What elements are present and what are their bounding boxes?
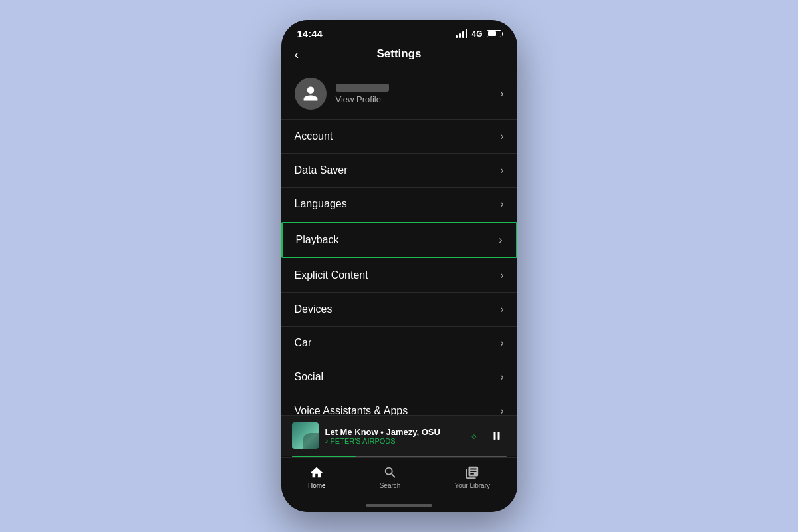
phone-frame: 14:44 4G ‹ Settings	[281, 20, 517, 512]
voice-assistants-label: Voice Assistants & Apps	[295, 405, 408, 415]
track-name: Let Me Know	[325, 427, 378, 437]
languages-row[interactable]: Languages ›	[281, 188, 517, 221]
nav-library[interactable]: Your Library	[441, 463, 503, 492]
home-bar	[366, 504, 432, 507]
playback-controls: ⬦	[471, 426, 507, 446]
battery-icon	[487, 30, 501, 37]
devices-row[interactable]: Devices ›	[281, 293, 517, 327]
car-row[interactable]: Car ›	[281, 327, 517, 360]
playback-label: Playback	[296, 234, 339, 246]
svg-rect-1	[497, 432, 499, 440]
now-playing-bar[interactable]: Let Me Know • Jamezy, OSU ♪ PETER'S AIRP…	[281, 415, 517, 456]
account-row[interactable]: Account ›	[281, 120, 517, 154]
library-icon	[465, 466, 479, 480]
settings-header: ‹ Settings	[281, 42, 517, 68]
data-saver-row[interactable]: Data Saver ›	[281, 154, 517, 188]
home-icon	[309, 466, 324, 480]
status-bar: 14:44 4G	[281, 20, 517, 42]
profile-info: View Profile	[336, 84, 501, 104]
data-saver-label: Data Saver	[295, 164, 348, 176]
user-icon	[302, 85, 319, 102]
voice-assistants-row[interactable]: Voice Assistants & Apps ›	[281, 394, 517, 415]
chevron-right-icon: ›	[499, 234, 502, 246]
status-time: 14:44	[297, 28, 323, 39]
chevron-right-icon: ›	[500, 337, 503, 349]
chevron-right-icon: ›	[500, 269, 503, 281]
chevron-right-icon: ›	[500, 88, 503, 100]
svg-rect-0	[493, 432, 495, 440]
car-label: Car	[295, 337, 312, 349]
back-button[interactable]: ‹	[295, 47, 299, 62]
bluetooth-icon: ⬦	[471, 430, 477, 442]
account-label: Account	[295, 130, 333, 142]
social-label: Social	[295, 371, 324, 383]
spotify-icon: ♪	[325, 437, 329, 444]
view-profile-row[interactable]: View Profile ›	[281, 68, 517, 120]
nav-search[interactable]: Search	[366, 463, 414, 492]
device-name: PETER'S AIRPODS	[331, 437, 396, 445]
chevron-right-icon: ›	[500, 130, 503, 142]
pause-icon	[491, 430, 503, 442]
settings-list: View Profile › Account › Data Saver › La…	[281, 68, 517, 415]
playback-device: ♪ PETER'S AIRPODS	[325, 437, 464, 445]
network-label: 4G	[471, 29, 482, 39]
chevron-right-icon: ›	[500, 164, 503, 176]
chevron-right-icon: ›	[500, 371, 503, 383]
bottom-nav: Home Search Your Library	[281, 457, 517, 500]
now-playing-info: Let Me Know • Jamezy, OSU ♪ PETER'S AIRP…	[325, 427, 464, 445]
view-profile-label: View Profile	[336, 94, 501, 104]
chevron-right-icon: ›	[500, 303, 503, 315]
search-label: Search	[380, 482, 401, 489]
album-art	[292, 422, 319, 449]
home-label: Home	[308, 482, 326, 489]
page-title: Settings	[376, 47, 421, 61]
track-artist: Jamezy, OSU	[386, 427, 440, 437]
languages-label: Languages	[295, 198, 347, 210]
profile-name-blurred	[336, 84, 389, 92]
chevron-right-icon: ›	[500, 198, 503, 210]
library-label: Your Library	[454, 482, 490, 489]
explicit-content-label: Explicit Content	[295, 269, 368, 281]
nav-home[interactable]: Home	[295, 463, 339, 492]
explicit-content-row[interactable]: Explicit Content ›	[281, 259, 517, 293]
home-indicator	[281, 500, 517, 512]
track-title: Let Me Know • Jamezy, OSU	[325, 427, 464, 437]
playback-row[interactable]: Playback ›	[281, 222, 517, 258]
avatar	[295, 78, 327, 110]
chevron-right-icon: ›	[500, 405, 503, 415]
signal-bars-icon	[456, 30, 467, 38]
search-icon	[383, 466, 398, 480]
status-icons: 4G	[456, 29, 501, 39]
social-row[interactable]: Social ›	[281, 360, 517, 394]
devices-label: Devices	[295, 303, 332, 315]
pause-button[interactable]	[487, 426, 507, 446]
